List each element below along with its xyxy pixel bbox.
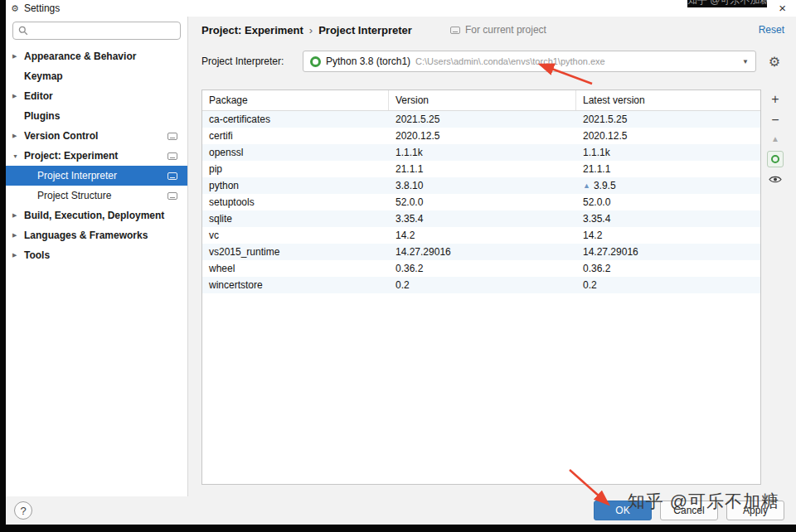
package-row[interactable]: certifi2020.12.52020.12.5 (202, 128, 760, 144)
sidebar-item[interactable]: ▶Languages & Frameworks (6, 225, 187, 245)
package-package-cell: ca-certificates (202, 111, 389, 128)
package-row[interactable]: wincertstore0.20.2 (202, 277, 760, 293)
sidebar-item[interactable]: ▼Project: Experiment (6, 146, 187, 166)
interpreter-row: Project Interpreter: Python 3.8 (torch1)… (201, 50, 784, 73)
sidebar-item[interactable]: ▶Build, Execution, Deployment (6, 206, 187, 225)
search-icon (18, 26, 28, 36)
chevron-down-icon[interactable]: ▼ (742, 58, 749, 65)
eye-icon (769, 175, 782, 184)
column-header-version[interactable]: Version (389, 90, 576, 110)
current-project-icon (167, 133, 177, 140)
sidebar-item-label: Project Interpreter (37, 170, 117, 181)
package-row[interactable]: python3.8.10▲3.9.5 (202, 177, 760, 194)
package-row[interactable]: vs2015_runtime14.27.2901614.27.29016 (202, 244, 760, 260)
show-early-releases-button[interactable] (769, 175, 782, 184)
package-latest-cell: ▲3.9.5 (576, 177, 760, 194)
interpreter-field-label: Project Interpreter: (201, 56, 303, 67)
settings-main-panel: Project: Experiment › Project Interprete… (188, 17, 796, 496)
sidebar-item-label: Keymap (24, 70, 63, 82)
sidebar-item[interactable]: ▶Version Control (6, 126, 187, 146)
package-row[interactable]: openssl1.1.1k1.1.1k (202, 144, 760, 161)
window-title: Settings (24, 2, 60, 14)
sidebar-item[interactable]: Keymap (6, 66, 187, 86)
column-header-package[interactable]: Package (202, 90, 389, 110)
chevron-right-icon[interactable]: ▶ (12, 93, 24, 99)
conda-env-icon (310, 56, 321, 67)
sidebar-item-label: Tools (24, 249, 50, 261)
sidebar-item[interactable]: ▶Tools (6, 245, 187, 265)
sidebar-search-box[interactable] (12, 22, 181, 40)
search-input[interactable] (32, 25, 175, 36)
column-header-latest-version[interactable]: Latest version (576, 90, 760, 110)
package-latest-cell: 14.2 (576, 227, 760, 244)
chevron-right-icon[interactable]: ▶ (12, 212, 24, 219)
sidebar-item[interactable]: Project Structure (6, 186, 187, 206)
package-latest-cell: 0.2 (576, 277, 760, 293)
close-icon[interactable]: × (779, 0, 786, 17)
package-latest-cell: 0.36.2 (576, 260, 760, 277)
current-project-icon (167, 152, 177, 160)
upgrade-available-icon: ▲ (583, 181, 590, 190)
package-latest-cell: 1.1.1k (576, 144, 760, 161)
package-version-cell: 0.2 (389, 277, 576, 293)
package-package-cell: python (202, 177, 389, 194)
chevron-right-icon[interactable]: ▶ (12, 232, 24, 239)
package-package-cell: vs2015_runtime (202, 244, 389, 260)
use-conda-package-manager-toggle[interactable] (767, 151, 784, 167)
upgrade-package-button[interactable]: ▲ (771, 134, 779, 143)
current-project-icon (167, 172, 177, 180)
package-table-area: Package Version Latest version ca-certif… (201, 89, 784, 485)
sidebar-item-label: Project: Experiment (24, 150, 118, 162)
help-button[interactable]: ? (14, 501, 32, 520)
package-row[interactable]: pip21.1.121.1.1 (202, 161, 760, 177)
watermark-text: 知乎 @可乐不加糖 (628, 490, 779, 513)
scope-indicator: For current project (450, 24, 546, 36)
settings-window: ⚙ Settings × ▶Appearance & BehaviorKeyma… (6, 0, 796, 525)
package-package-cell: pip (202, 161, 389, 177)
sidebar-item[interactable]: Plugins (6, 106, 187, 126)
package-latest-cell: 2020.12.5 (576, 128, 760, 144)
cropped-watermark-fragment: 知乎 @可乐不加糖 (687, 0, 767, 7)
sidebar-item[interactable]: Project Interpreter (6, 166, 187, 186)
breadcrumb-separator-icon: › (309, 24, 313, 36)
package-package-cell: wincertstore (202, 277, 389, 293)
chevron-right-icon[interactable]: ▶ (12, 133, 24, 139)
package-row[interactable]: wheel0.36.20.36.2 (202, 260, 760, 277)
sidebar-item-label: Build, Execution, Deployment (24, 210, 164, 221)
reset-link[interactable]: Reset (759, 24, 784, 36)
package-toolbar: + − ▲ (766, 89, 784, 485)
package-version-cell: 0.36.2 (389, 260, 576, 277)
breadcrumb-project[interactable]: Project: Experiment (201, 24, 303, 36)
package-table-body: ca-certificates2021.5.252021.5.25certifi… (202, 111, 760, 484)
package-version-cell: 1.1.1k (389, 144, 576, 161)
sidebar-item-label: Editor (24, 90, 53, 102)
package-package-cell: openssl (202, 144, 389, 161)
package-version-cell: 2021.5.25 (389, 111, 576, 128)
settings-icon: ⚙ (11, 4, 19, 13)
breadcrumb-page: Project Interpreter (318, 24, 412, 36)
cropped-watermark-text: 知乎 @可乐不加糖 (687, 0, 767, 7)
current-project-icon (167, 192, 177, 200)
install-package-button[interactable]: + (771, 93, 779, 106)
package-row[interactable]: ca-certificates2021.5.252021.5.25 (202, 111, 760, 128)
chevron-right-icon[interactable]: ▶ (12, 252, 24, 259)
chevron-right-icon[interactable]: ▶ (12, 53, 24, 60)
package-row[interactable]: setuptools52.0.052.0.0 (202, 194, 760, 210)
chevron-expanded-icon[interactable]: ▼ (12, 153, 24, 159)
package-latest-cell: 2021.5.25 (576, 111, 760, 128)
sidebar-item-label: Project Structure (37, 190, 111, 201)
package-version-cell: 52.0.0 (389, 194, 576, 210)
package-row[interactable]: vc14.214.2 (202, 227, 760, 244)
package-row[interactable]: sqlite3.35.43.35.4 (202, 210, 760, 227)
uninstall-package-button[interactable]: − (771, 114, 779, 127)
interpreter-path: C:\Users\admin\.conda\envs\torch1\python… (415, 56, 732, 66)
settings-sidebar: ▶Appearance & BehaviorKeymap▶EditorPlugi… (6, 17, 188, 496)
package-latest-cell: 21.1.1 (576, 161, 760, 177)
package-package-cell: setuptools (202, 194, 389, 210)
sidebar-item[interactable]: ▶Editor (6, 86, 187, 106)
sidebar-item[interactable]: ▶Appearance & Behavior (6, 46, 187, 66)
scope-label: For current project (465, 24, 546, 36)
interpreter-select[interactable]: Python 3.8 (torch1) C:\Users\admin\.cond… (303, 51, 756, 72)
sidebar-item-label: Languages & Frameworks (24, 230, 148, 241)
interpreter-settings-gear-button[interactable]: ⚙ (764, 51, 784, 71)
